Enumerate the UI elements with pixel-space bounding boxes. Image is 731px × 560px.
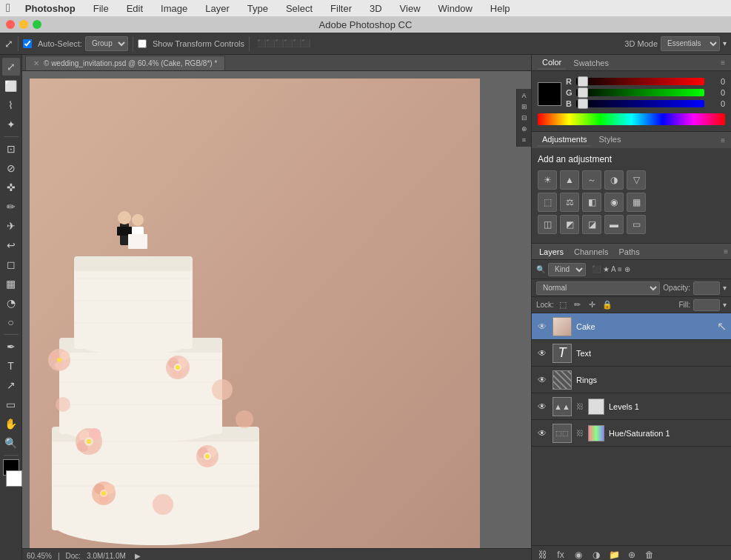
channel-mixer-icon[interactable]: ▦ <box>627 193 646 212</box>
selection-tool[interactable]: ⬜ <box>2 77 20 95</box>
menu-3d[interactable]: 3D <box>367 1 385 16</box>
menu-type[interactable]: Type <box>244 1 271 16</box>
fill-input[interactable]: 100% <box>693 299 720 311</box>
swatches-tab[interactable]: Swatches <box>569 57 613 69</box>
new-layer-icon[interactable]: ⊕ <box>625 548 638 561</box>
layer-visibility-rings[interactable]: 👁 <box>536 374 548 386</box>
menu-edit[interactable]: Edit <box>124 1 146 16</box>
levels-icon[interactable]: ▲ <box>560 170 579 190</box>
opacity-input[interactable]: 100% <box>693 281 720 295</box>
maximize-button[interactable] <box>33 20 41 29</box>
new-group-icon[interactable]: 📁 <box>607 548 621 561</box>
magic-wand-tool[interactable]: ✦ <box>2 116 20 133</box>
gradient-map-icon[interactable]: ▬ <box>604 215 624 234</box>
menu-select[interactable]: Select <box>283 1 316 16</box>
auto-select-dropdown[interactable]: Group Layer <box>85 36 128 51</box>
crop-tool[interactable]: ⊡ <box>2 140 20 158</box>
blend-mode-dropdown[interactable]: Normal Multiply Screen <box>536 281 660 295</box>
menu-layer[interactable]: Layer <box>202 1 233 16</box>
dodge-tool[interactable]: ○ <box>2 313 20 331</box>
kind-filter-dropdown[interactable]: Kind <box>548 263 586 276</box>
color-panel-collapse[interactable]: ≡ <box>721 59 725 67</box>
canvas-container[interactable] <box>22 71 531 548</box>
shape-tool[interactable]: ▭ <box>2 396 20 413</box>
menu-image[interactable]: Image <box>158 1 190 16</box>
opacity-arrow-icon[interactable]: ▾ <box>723 284 727 292</box>
healing-tool[interactable]: ✜ <box>2 179 20 196</box>
minimize-button[interactable] <box>19 20 28 29</box>
menu-filter[interactable]: Filter <box>327 1 355 16</box>
menu-window[interactable]: Window <box>435 1 475 16</box>
delete-layer-icon[interactable]: 🗑 <box>643 548 656 561</box>
hue-sat-icon[interactable]: ⬚ <box>538 193 557 212</box>
layer-styles-icon[interactable]: fx <box>554 548 567 561</box>
document-tab[interactable]: ✕ © wedding_invitation.psd @ 60.4% (Cake… <box>25 56 225 70</box>
add-mask-icon[interactable]: ◉ <box>572 548 585 561</box>
fill-arrow-icon[interactable]: ▾ <box>723 301 727 309</box>
posterize-icon[interactable]: ◩ <box>560 215 579 234</box>
layer-levels[interactable]: 👁 ▲▲ ⛓ Levels 1 <box>532 393 731 420</box>
menu-help[interactable]: Help <box>487 1 513 16</box>
lock-pixels-icon[interactable]: ✏ <box>572 299 584 311</box>
lock-position-icon[interactable]: ✛ <box>587 299 598 311</box>
layer-hue-sat[interactable]: 👁 ⬚⬚ ⛓ Hue/Saturation 1 <box>532 420 731 447</box>
layer-visibility-cake[interactable]: 👁 <box>536 321 548 333</box>
channels-tab[interactable]: Channels <box>570 246 612 258</box>
blue-slider[interactable] <box>576 100 704 107</box>
layer-visibility-text[interactable]: 👁 <box>536 347 548 359</box>
blur-tool[interactable]: ◔ <box>2 294 20 312</box>
zoom-tool[interactable]: 🔍 <box>2 434 20 452</box>
curves-icon[interactable]: ～ <box>582 170 601 190</box>
path-select-tool[interactable]: ↗ <box>2 376 20 394</box>
link-layers-icon[interactable]: ⛓ <box>536 548 550 561</box>
layer-cake[interactable]: 👁 Cake ↖ <box>532 313 731 340</box>
status-arrow-icon[interactable]: ▶ <box>135 552 141 560</box>
eraser-tool[interactable]: ◻ <box>2 256 20 273</box>
new-adjustment-icon[interactable]: ◑ <box>590 548 603 561</box>
close-button[interactable] <box>6 20 15 29</box>
gradient-tool[interactable]: ▦ <box>2 275 20 293</box>
transform-checkbox[interactable] <box>138 39 147 48</box>
menu-view[interactable]: View <box>397 1 424 16</box>
layer-visibility-levels[interactable]: 👁 <box>536 401 548 413</box>
layers-panel-collapse[interactable]: ≡ <box>724 247 728 256</box>
lock-all-icon[interactable]: 🔒 <box>601 299 613 311</box>
lasso-tool[interactable]: ⌇ <box>2 96 20 114</box>
menu-photoshop[interactable]: Photoshop <box>22 1 79 16</box>
red-slider[interactable] <box>576 78 704 85</box>
layers-tab[interactable]: Layers <box>535 246 568 258</box>
exposure-icon[interactable]: ◑ <box>604 170 624 190</box>
auto-select-checkbox[interactable] <box>23 39 32 48</box>
adjustments-tab[interactable]: Adjustments <box>538 133 592 147</box>
hand-tool[interactable]: ✋ <box>2 415 20 433</box>
adjustments-panel-collapse[interactable]: ≡ <box>721 136 725 144</box>
tab-close-icon[interactable]: ✕ <box>33 59 39 67</box>
canvas[interactable] <box>30 79 480 548</box>
paths-tab[interactable]: Paths <box>615 246 644 258</box>
move-tool[interactable]: ⤢ <box>2 58 20 76</box>
color-tab[interactable]: Color <box>538 56 566 70</box>
layer-text[interactable]: 👁 T Text <box>532 340 731 367</box>
color-swatch[interactable] <box>538 82 561 106</box>
photo-filter-icon[interactable]: ◉ <box>604 193 624 212</box>
clone-tool[interactable]: ✈ <box>2 217 20 235</box>
window-controls[interactable] <box>6 20 41 29</box>
styles-tab[interactable]: Styles <box>595 133 626 147</box>
move-tool-icon[interactable]: ⤢ <box>4 38 13 50</box>
history-tool[interactable]: ↩ <box>2 236 20 254</box>
vibrance-icon[interactable]: ▽ <box>627 170 646 190</box>
threshold-icon[interactable]: ◪ <box>582 215 601 234</box>
invert-icon[interactable]: ◫ <box>538 215 557 234</box>
color-spectrum[interactable] <box>538 113 725 125</box>
background-color[interactable] <box>6 470 22 487</box>
pen-tool[interactable]: ✒ <box>2 338 20 356</box>
layer-visibility-hue-sat[interactable]: 👁 <box>536 427 548 439</box>
menu-file[interactable]: File <box>90 1 112 16</box>
eyedropper-tool[interactable]: ⊘ <box>2 159 20 177</box>
brightness-icon[interactable]: ☀ <box>538 170 557 190</box>
brush-tool[interactable]: ✏ <box>2 198 20 216</box>
color-balance-icon[interactable]: ⚖ <box>560 193 579 212</box>
layer-rings[interactable]: 👁 Rings <box>532 367 731 393</box>
workspace-dropdown[interactable]: Essentials <box>661 36 720 51</box>
lock-transparent-icon[interactable]: ⬚ <box>557 299 569 311</box>
